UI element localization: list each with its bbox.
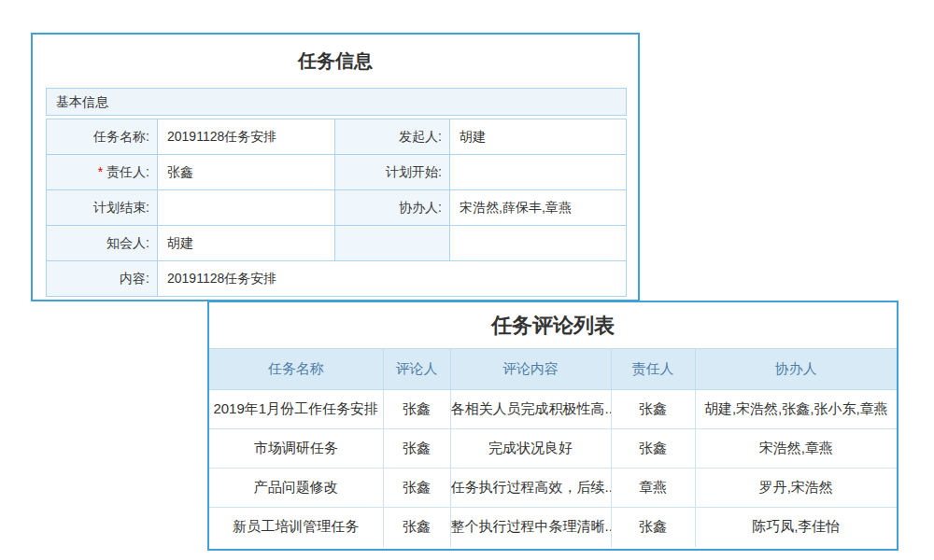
comment-text: 整个执行过程中条理清晰... <box>450 508 611 547</box>
owner-link[interactable]: 张鑫 <box>611 429 695 469</box>
basic-info-section-header: 基本信息 <box>46 88 627 116</box>
commenter-link[interactable]: 张鑫 <box>383 390 450 429</box>
comment-text: 任务执行过程高效，后续... <box>450 469 611 508</box>
commenter-link[interactable]: 张鑫 <box>383 508 450 547</box>
required-asterisk: * <box>98 164 103 179</box>
commenter-link[interactable]: 张鑫 <box>383 429 450 469</box>
assistant-value: 宋浩然,薛保丰,章燕 <box>450 190 627 226</box>
task-info-form-table: 任务名称: 20191128任务安排 发起人: 胡建 *责任人: 张鑫 计划开始… <box>46 119 627 297</box>
plan-end-value <box>158 190 335 226</box>
comment-table-header-row: 任务名称 评论人 评论内容 责任人 协办人 <box>209 349 897 390</box>
table-row: 产品问题修改 张鑫 任务执行过程高效，后续... 章燕 罗丹,宋浩然 <box>209 469 897 508</box>
task-name-value: 20191128任务安排 <box>158 119 335 155</box>
assistants-text: 陈巧凤,李佳怡 <box>695 508 897 547</box>
plan-start-value <box>450 155 627 190</box>
commenter-link[interactable]: 张鑫 <box>383 469 450 508</box>
owner-link[interactable]: 章燕 <box>611 469 695 508</box>
content-label: 内容: <box>47 261 158 297</box>
table-row: 市场调研任务 张鑫 完成状况良好 张鑫 宋浩然,章燕 <box>209 429 897 469</box>
task-name-link[interactable]: 产品问题修改 <box>209 469 383 508</box>
table-row: 新员工培训管理任务 张鑫 整个执行过程中条理清晰... 张鑫 陈巧凤,李佳怡 <box>209 508 897 547</box>
form-row-planend-assistant: 计划结束: 协办人: 宋浩然,薛保丰,章燕 <box>47 190 627 226</box>
empty-label-cell <box>335 226 450 261</box>
content-value: 20191128任务安排 <box>158 261 627 297</box>
col-header-commenter: 评论人 <box>383 349 450 390</box>
comment-text: 完成状况良好 <box>450 429 611 469</box>
initiator-label: 发起人: <box>335 119 450 155</box>
task-name-link[interactable]: 2019年1月份工作任务安排 <box>209 390 383 429</box>
form-row-cc: 知会人: 胡建 <box>47 226 627 261</box>
comment-list-title: 任务评论列表 <box>209 302 897 348</box>
assistant-label: 协办人: <box>335 190 450 226</box>
empty-value-cell <box>450 226 627 261</box>
task-name-link[interactable]: 新员工培训管理任务 <box>209 508 383 547</box>
col-header-task-name: 任务名称 <box>209 349 383 390</box>
task-info-card: 任务信息 基本信息 任务名称: 20191128任务安排 发起人: 胡建 *责任… <box>31 33 640 301</box>
assistants-text: 宋浩然,章燕 <box>695 429 897 469</box>
table-row: 2019年1月份工作任务安排 张鑫 各相关人员完成积极性高... 张鑫 胡建,宋… <box>209 390 897 429</box>
comment-table: 任务名称 评论人 评论内容 责任人 协办人 2019年1月份工作任务安排 张鑫 … <box>209 348 897 547</box>
form-row-content: 内容: 20191128任务安排 <box>47 261 627 297</box>
assistants-text: 罗丹,宋浩然 <box>695 469 897 508</box>
task-name-link[interactable]: 市场调研任务 <box>209 429 383 469</box>
owner-link[interactable]: 张鑫 <box>611 508 695 547</box>
owner-label-text: 责任人: <box>106 164 149 179</box>
owner-value: 张鑫 <box>158 155 335 190</box>
col-header-assistants: 协办人 <box>695 349 897 390</box>
basic-info-section: 基本信息 任务名称: 20191128任务安排 发起人: 胡建 *责任人: 张鑫… <box>46 88 627 297</box>
col-header-comment: 评论内容 <box>450 349 611 390</box>
cc-label: 知会人: <box>47 226 158 261</box>
plan-start-label: 计划开始: <box>335 155 450 190</box>
owner-label: *责任人: <box>47 155 158 190</box>
form-row-owner-planstart: *责任人: 张鑫 计划开始: <box>47 155 627 190</box>
initiator-value: 胡建 <box>450 119 627 155</box>
task-info-title: 任务信息 <box>33 35 638 88</box>
task-name-label: 任务名称: <box>47 119 158 155</box>
col-header-owner: 责任人 <box>611 349 695 390</box>
form-row-name-initiator: 任务名称: 20191128任务安排 发起人: 胡建 <box>47 119 627 155</box>
comment-list-card: 任务评论列表 任务名称 评论人 评论内容 责任人 协办人 2019年1月份工作任… <box>207 301 899 551</box>
plan-end-label: 计划结束: <box>47 190 158 226</box>
owner-link[interactable]: 张鑫 <box>611 390 695 429</box>
cc-value: 胡建 <box>158 226 335 261</box>
assistants-text: 胡建,宋浩然,张鑫,张小东,章燕 <box>695 390 897 429</box>
comment-text: 各相关人员完成积极性高... <box>450 390 611 429</box>
